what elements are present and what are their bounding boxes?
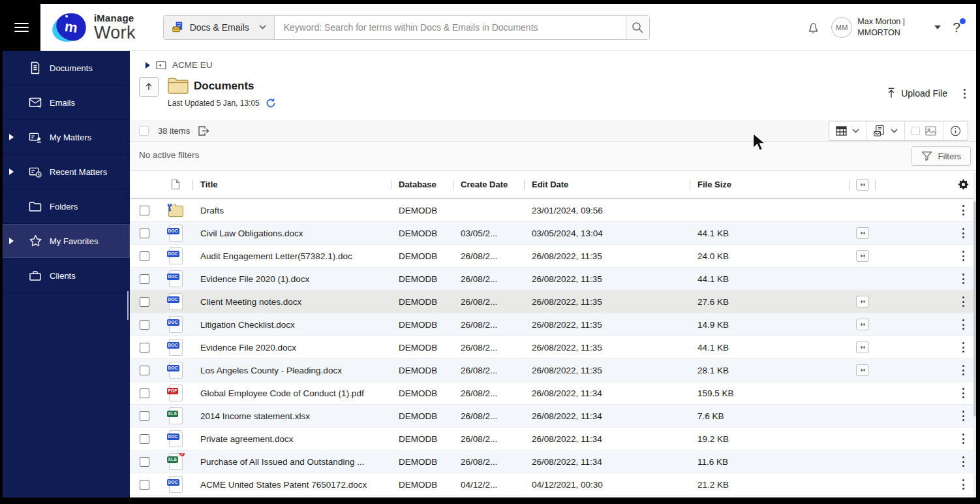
doc-type-column-icon[interactable] xyxy=(159,171,192,198)
row-checkbox[interactable] xyxy=(140,411,149,421)
sidebar-item-documents[interactable]: Documents xyxy=(3,51,130,86)
row-kebab-menu-icon[interactable] xyxy=(960,294,967,309)
row-checkbox[interactable] xyxy=(140,434,149,444)
sidebar-item-my-matters[interactable]: My Matters xyxy=(3,120,130,155)
row-checkbox[interactable] xyxy=(140,366,149,375)
sidebar-item-recent-matters[interactable]: Recent Matters xyxy=(3,155,130,189)
email-view-button[interactable] xyxy=(866,121,904,140)
select-all-checkbox[interactable] xyxy=(139,126,149,136)
row-kebab-menu-icon[interactable] xyxy=(960,226,967,241)
search-scope-dropdown[interactable]: Docs & Emails xyxy=(164,16,275,39)
filters-button[interactable]: Filters xyxy=(911,146,971,166)
document-title[interactable]: Global Employee Code of Conduct (1).pdf xyxy=(192,388,391,398)
document-title[interactable]: Private agreement.docx xyxy=(192,434,391,444)
preview-checkbox-icon[interactable] xyxy=(911,127,920,135)
sidebar-item-folders[interactable]: Folders xyxy=(3,189,130,224)
column-header-title[interactable]: Title xyxy=(192,171,391,198)
column-header-create-date[interactable]: Create Date xyxy=(453,171,524,198)
row-kebab-menu-icon[interactable] xyxy=(960,340,967,355)
row-kebab-menu-icon[interactable] xyxy=(960,409,967,424)
search-button[interactable] xyxy=(626,16,649,39)
search-input[interactable] xyxy=(275,16,626,39)
image-preview-icon[interactable] xyxy=(925,126,936,136)
table-row[interactable]: XLS 2014 Income statement.xlsx DEMODB 26… xyxy=(130,405,976,428)
document-title[interactable]: 2014 Income statement.xlsx xyxy=(192,411,391,421)
table-row[interactable]: DOC Civil Law Obligations.docx DEMODB 03… xyxy=(130,222,976,245)
document-title[interactable]: Litigation Checklist.docx xyxy=(192,320,391,330)
row-kebab-menu-icon[interactable] xyxy=(960,249,967,264)
row-checkbox[interactable] xyxy=(140,297,149,307)
notifications-bell-icon[interactable] xyxy=(806,20,821,35)
link-indicator-icon xyxy=(856,227,869,239)
table-row[interactable]: PDF Global Employee Code of Conduct (1).… xyxy=(130,382,976,405)
column-header-file-size[interactable]: File Size xyxy=(690,171,850,198)
sidebar-item-my-favorites[interactable]: My Favorites xyxy=(3,224,130,259)
avatar-initials: MM xyxy=(836,24,848,31)
table-row[interactable]: DOC Private agreement.docx DEMODB 26/08/… xyxy=(130,428,976,450)
refresh-icon[interactable] xyxy=(266,98,276,108)
table-row[interactable]: DOC Evidence File 2020.docx DEMODB 26/08… xyxy=(130,336,976,359)
hamburger-menu-button[interactable] xyxy=(3,4,40,51)
table-row[interactable]: DOC Los Angeles County - Pleading.docx D… xyxy=(130,359,976,382)
table-row[interactable]: DOC Litigation Checklist.docx DEMODB 26/… xyxy=(130,313,976,336)
column-header-database[interactable]: Database xyxy=(391,171,453,198)
document-title[interactable]: Drafts xyxy=(192,206,391,215)
row-checkbox[interactable] xyxy=(140,274,149,284)
row-kebab-menu-icon[interactable] xyxy=(960,317,967,332)
table-scrollbar[interactable] xyxy=(973,172,976,497)
column-settings-button[interactable] xyxy=(950,171,976,198)
export-icon[interactable] xyxy=(198,125,210,136)
sidebar-scrollbar-thumb[interactable] xyxy=(127,291,129,320)
row-checkbox[interactable] xyxy=(140,343,149,353)
row-kebab-menu-icon[interactable] xyxy=(960,203,967,218)
table-row[interactable]: DOC Audit Engagement Letter(57382.1).doc… xyxy=(130,245,976,268)
sidebar-item-clients[interactable]: Clients xyxy=(3,259,130,293)
table-row[interactable]: XLS Purchase of All Issued and Outstandi… xyxy=(130,450,976,473)
expand-arrow-icon[interactable] xyxy=(9,238,14,244)
table-view-button[interactable] xyxy=(829,121,866,140)
upload-file-button[interactable]: Upload File xyxy=(886,87,947,99)
file-type-label: DOC xyxy=(167,228,179,234)
column-header-edit-date[interactable]: Edit Date xyxy=(524,171,690,198)
document-title[interactable]: Evidence File 2020 (1).docx xyxy=(192,274,391,284)
row-kebab-menu-icon[interactable] xyxy=(960,363,967,378)
row-kebab-menu-icon[interactable] xyxy=(960,432,967,447)
row-kebab-menu-icon[interactable] xyxy=(960,386,967,401)
page-kebab-menu-icon[interactable] xyxy=(961,86,968,101)
help-icon[interactable]: ? xyxy=(953,20,964,35)
document-title[interactable]: Purchase of All Issued and Outstanding .… xyxy=(192,457,391,467)
table-row[interactable]: DOC Evidence File 2020 (1).docx DEMODB 2… xyxy=(130,268,976,291)
sidebar-item-emails[interactable]: Emails xyxy=(3,86,130,120)
document-title[interactable]: Audit Engagement Letter(57382.1).doc xyxy=(192,251,391,261)
breadcrumb-expand-icon[interactable] xyxy=(145,62,150,69)
row-checkbox[interactable] xyxy=(140,228,149,238)
table-scrollbar-thumb[interactable] xyxy=(973,201,976,417)
document-title[interactable]: Evidence File 2020.docx xyxy=(192,343,391,353)
document-title[interactable]: Civil Law Obligations.docx xyxy=(192,228,391,238)
user-menu-caret-icon[interactable] xyxy=(934,25,941,29)
table-row[interactable]: DOC Client Meeting notes.docx DEMODB 26/… xyxy=(130,291,976,313)
table-row[interactable]: DOC ACME United States Patent 7650172.do… xyxy=(130,473,976,496)
row-checkbox[interactable] xyxy=(140,388,149,398)
document-title[interactable]: Los Angeles County - Pleading.docx xyxy=(192,366,391,375)
row-kebab-menu-icon[interactable] xyxy=(960,477,967,492)
row-checkbox[interactable] xyxy=(140,320,149,330)
table-row[interactable]: Drafts DEMODB 23/01/2024, 09:56 xyxy=(130,199,976,222)
row-checkbox[interactable] xyxy=(140,251,149,261)
file-type-label: DOC xyxy=(167,251,179,257)
avatar[interactable]: MM xyxy=(831,17,852,38)
navigate-up-button[interactable] xyxy=(139,77,159,97)
document-title[interactable]: ACME United States Patent 7650172.docx xyxy=(192,480,391,490)
row-kebab-menu-icon[interactable] xyxy=(960,272,967,287)
breadcrumb-workspace-label[interactable]: ACME EU xyxy=(172,60,213,70)
info-button[interactable] xyxy=(943,121,968,140)
document-title[interactable]: Client Meeting notes.docx xyxy=(192,297,391,307)
row-checkbox[interactable] xyxy=(140,457,149,467)
row-checkbox[interactable] xyxy=(140,480,149,490)
main-content: ACME EU Documents Last Updated 5 Jan, 13… xyxy=(130,51,976,497)
expand-arrow-icon[interactable] xyxy=(9,134,14,140)
column-header-link[interactable] xyxy=(850,171,876,198)
row-kebab-menu-icon[interactable] xyxy=(960,454,967,469)
row-checkbox[interactable] xyxy=(140,206,149,215)
expand-arrow-icon[interactable] xyxy=(9,168,14,175)
